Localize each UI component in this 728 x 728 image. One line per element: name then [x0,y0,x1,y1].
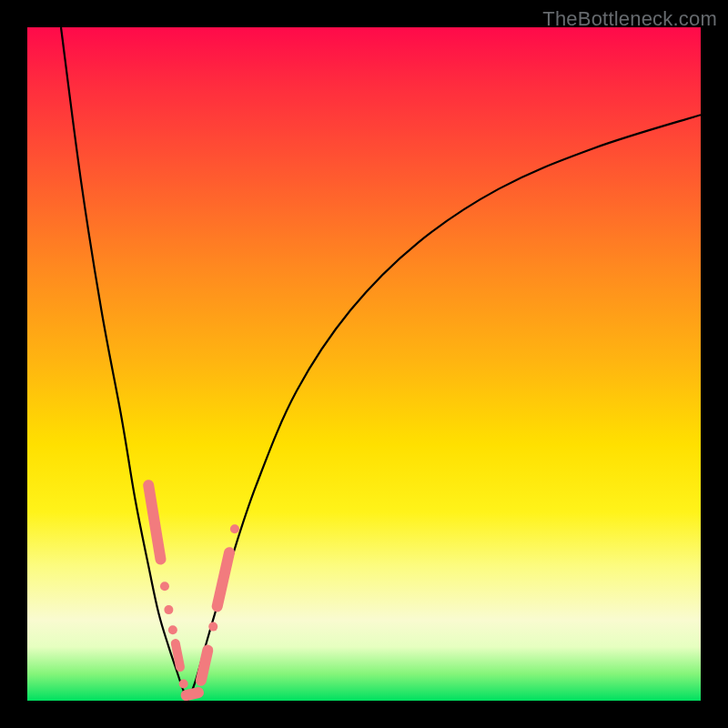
curve-right-branch [187,115,701,701]
marker-capsule-6 [187,693,198,695]
watermark-label: TheBottleneck.com [542,7,717,31]
marker-dot-10 [230,524,239,533]
plot-svg [27,27,701,701]
marker-dot-1 [160,581,169,591]
marker-capsule-7 [201,651,207,681]
plot-background [27,27,701,701]
marker-layer [148,485,239,695]
marker-capsule-0 [148,485,160,559]
marker-capsule-4 [176,643,180,667]
curve-left-branch [61,27,187,701]
marker-dot-8 [208,622,217,632]
bottleneck-chart: TheBottleneck.com [0,0,728,728]
marker-dot-2 [164,605,173,614]
marker-capsule-9 [217,552,229,606]
marker-dot-5 [179,680,188,689]
marker-dot-3 [168,625,177,634]
curve-layer [61,27,701,701]
